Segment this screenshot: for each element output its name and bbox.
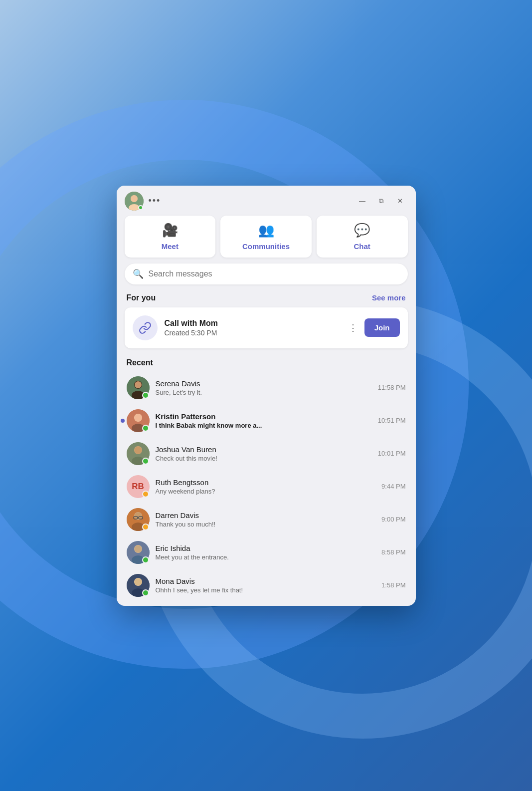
chat-content-kristin: Kristin Patterson I think Babak might kn… [156, 412, 372, 429]
chat-content-mona: Mona Davis Ohhh I see, yes let me fix th… [156, 577, 376, 594]
call-icon [133, 315, 158, 340]
chat-time-ruth: 9:44 PM [381, 483, 405, 490]
tab-meet[interactable]: 🎥 Meet [125, 216, 216, 258]
user-status-dot [138, 205, 143, 210]
unread-dot-kristin [121, 419, 125, 423]
chat-time-mona: 1:58 PM [381, 581, 405, 589]
chat-item-serena[interactable]: Serena Davis Sure, Let's try it. 11:58 P… [121, 371, 412, 404]
chat-time-darren: 9:00 PM [381, 516, 405, 523]
svg-point-11 [134, 414, 142, 421]
svg-point-7 [135, 381, 142, 388]
minimize-button[interactable]: — [355, 196, 370, 207]
chat-name-kristin: Kristin Patterson [156, 412, 372, 421]
status-darren [142, 524, 149, 530]
chat-preview-serena: Sure, Let's try it. [156, 389, 372, 396]
chat-name-eric: Eric Ishida [156, 544, 376, 552]
chat-preview-eric: Meet you at the entrance. [156, 553, 376, 561]
communities-label: Communities [242, 242, 290, 251]
meet-label: Meet [162, 242, 178, 251]
recent-title: Recent [117, 356, 416, 371]
chat-time-kristin: 10:51 PM [378, 417, 406, 424]
chat-time-serena: 11:58 PM [378, 384, 406, 391]
chat-content-joshua: Joshua Van Buren Check out this movie! [156, 445, 372, 462]
for-you-section-header: For you See more [117, 291, 416, 307]
chat-icon: 💬 [354, 223, 370, 238]
chat-item-ruth[interactable]: RB Ruth Bengtsson Any weekend plans? 9:4… [121, 470, 412, 503]
meet-icon: 🎥 [162, 223, 178, 238]
avatar-wrap-ruth: RB [127, 475, 150, 498]
call-card: Call with Mom Created 5:30 PM ⋮ Join [125, 307, 408, 348]
chat-preview-mona: Ohhh I see, yes let me fix that! [156, 586, 376, 594]
status-ruth [142, 491, 149, 498]
search-input[interactable] [149, 269, 400, 278]
call-actions: ⋮ Join [347, 318, 400, 337]
more-options-button[interactable]: ••• [149, 196, 161, 206]
maximize-button[interactable]: ⧉ [374, 196, 389, 207]
svg-point-30 [134, 578, 142, 585]
chat-preview-ruth: Any weekend plans? [156, 488, 376, 495]
svg-point-15 [134, 446, 142, 454]
avatar-wrap-eric [127, 541, 150, 564]
user-avatar-container[interactable] [125, 192, 144, 211]
communities-icon: 👥 [258, 223, 274, 238]
chat-content-ruth: Ruth Bengtsson Any weekend plans? [156, 478, 376, 495]
chat-content-darren: Darren Davis Thank you so much!! [156, 511, 376, 528]
chat-item-darren[interactable]: Darren Davis Thank you so much!! 9:00 PM [121, 503, 412, 536]
chat-name-ruth: Ruth Bengtsson [156, 478, 376, 487]
tab-chat[interactable]: 💬 Chat [317, 216, 408, 258]
chat-list: Serena Davis Sure, Let's try it. 11:58 P… [117, 371, 416, 602]
close-button[interactable]: ✕ [393, 196, 408, 207]
status-kristin [142, 425, 149, 432]
window-controls: — ⧉ ✕ [355, 196, 408, 207]
chat-preview-darren: Thank you so much!! [156, 521, 376, 528]
see-more-button[interactable]: See more [372, 293, 406, 302]
status-joshua [142, 458, 149, 465]
search-bar[interactable]: 🔍 [125, 264, 408, 284]
chat-name-darren: Darren Davis [156, 511, 376, 520]
avatar-wrap-joshua [127, 442, 150, 465]
search-icon: 🔍 [133, 268, 144, 279]
chat-preview-joshua: Check out this movie! [156, 455, 372, 462]
app-window: ••• — ⧉ ✕ 🎥 Meet 👥 Communities 💬 Chat 🔍 … [117, 186, 416, 606]
svg-point-3 [131, 195, 138, 202]
chat-time-eric: 8:58 PM [381, 548, 405, 556]
avatar-wrap-darren [127, 508, 150, 531]
chat-label: Chat [354, 242, 370, 251]
chat-item-eric[interactable]: Eric Ishida Meet you at the entrance. 8:… [121, 536, 412, 569]
chat-name-joshua: Joshua Van Buren [156, 445, 372, 454]
titlebar: ••• — ⧉ ✕ [117, 186, 416, 216]
join-button[interactable]: Join [364, 318, 400, 337]
call-more-button[interactable]: ⋮ [347, 320, 359, 335]
svg-point-26 [134, 545, 142, 552]
titlebar-left: ••• [125, 192, 161, 211]
status-mona [142, 589, 149, 596]
status-serena [142, 392, 149, 399]
for-you-title: For you [127, 293, 156, 302]
chat-name-serena: Serena Davis [156, 379, 372, 388]
chat-content-serena: Serena Davis Sure, Let's try it. [156, 379, 372, 396]
chat-preview-kristin: I think Babak might know more a... [156, 422, 372, 429]
chat-time-joshua: 10:01 PM [378, 450, 406, 457]
tab-communities[interactable]: 👥 Communities [220, 216, 312, 258]
status-eric [142, 556, 149, 563]
chat-name-mona: Mona Davis [156, 577, 376, 585]
chat-content-eric: Eric Ishida Meet you at the entrance. [156, 544, 376, 561]
chat-item-kristin[interactable]: Kristin Patterson I think Babak might kn… [121, 404, 412, 437]
avatar-wrap-serena [127, 376, 150, 399]
avatar-wrap-kristin [127, 409, 150, 432]
call-subtitle: Created 5:30 PM [165, 329, 340, 337]
chat-item-mona[interactable]: Mona Davis Ohhh I see, yes let me fix th… [121, 569, 412, 602]
call-info: Call with Mom Created 5:30 PM [165, 319, 340, 337]
chat-item-joshua[interactable]: Joshua Van Buren Check out this movie! 1… [121, 437, 412, 470]
call-title: Call with Mom [165, 319, 340, 328]
avatar-wrap-mona [127, 574, 150, 597]
nav-tabs: 🎥 Meet 👥 Communities 💬 Chat [117, 216, 416, 264]
